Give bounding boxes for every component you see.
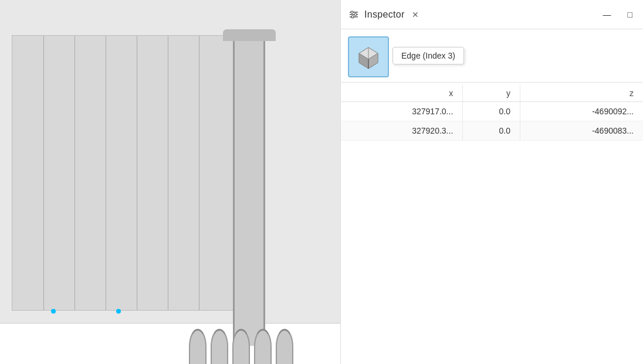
arch-2: [211, 329, 228, 364]
minimize-button[interactable]: —: [600, 9, 615, 21]
col-header-x: x: [341, 85, 463, 102]
column-right: [233, 35, 265, 346]
table-header-row: x y z: [341, 85, 643, 102]
selection-dot-1: [51, 309, 56, 314]
object-icon-wrapper[interactable]: [348, 36, 389, 77]
arch-3: [232, 329, 250, 364]
inspector-panel: Inspector ✕ — □: [340, 0, 643, 364]
cell-x-1: 327920.3...: [341, 121, 463, 141]
svg-point-5: [351, 15, 354, 18]
svg-point-4: [354, 13, 357, 15]
vline-3: [106, 36, 106, 310]
arch-1: [189, 329, 207, 364]
table-row: 327917.0... 0.0 -4690092...: [341, 102, 643, 121]
arch-group: [188, 320, 305, 364]
edge-tooltip: Edge (Index 3): [392, 47, 464, 64]
cell-z-0: -4690092...: [520, 102, 643, 121]
arch-4: [254, 329, 272, 364]
vline-5: [168, 36, 168, 310]
vline-1: [43, 36, 44, 310]
vline-6: [199, 36, 199, 310]
cell-y-0: 0.0: [463, 102, 520, 121]
selection-dot-2: [116, 309, 121, 314]
inspector-panel-icon: [348, 9, 360, 21]
maximize-button[interactable]: □: [624, 9, 636, 21]
panel-lines: [12, 36, 234, 310]
sliders-icon: [348, 9, 359, 20]
svg-point-3: [351, 11, 353, 13]
inspector-close-button[interactable]: ✕: [410, 9, 421, 21]
object-section: Edge (Index 3): [341, 29, 643, 83]
vline-2: [75, 36, 75, 310]
title-bar-left: Inspector ✕: [348, 9, 600, 21]
col-header-z: z: [520, 85, 643, 102]
col-header-y: y: [463, 85, 520, 102]
arch-5: [276, 329, 293, 364]
cell-z-1: -4690083...: [520, 121, 643, 141]
title-bar: Inspector ✕ — □: [341, 0, 643, 29]
vline-4: [137, 36, 137, 310]
window-controls: — □: [600, 9, 636, 21]
data-table-section: x y z 327917.0... 0.0 -4690092... 327920…: [341, 83, 643, 364]
3d-viewport[interactable]: [0, 0, 340, 364]
cell-x-0: 327917.0...: [341, 102, 463, 121]
scene: [0, 0, 340, 364]
wall-panel: [12, 35, 235, 311]
inspector-title: Inspector: [364, 9, 405, 20]
coordinates-table: x y z 327917.0... 0.0 -4690092... 327920…: [341, 85, 643, 141]
cube-svg-icon: [356, 44, 381, 70]
cell-y-1: 0.0: [463, 121, 520, 141]
column-cap-top: [223, 29, 276, 41]
table-row: 327920.3... 0.0 -4690083...: [341, 121, 643, 141]
